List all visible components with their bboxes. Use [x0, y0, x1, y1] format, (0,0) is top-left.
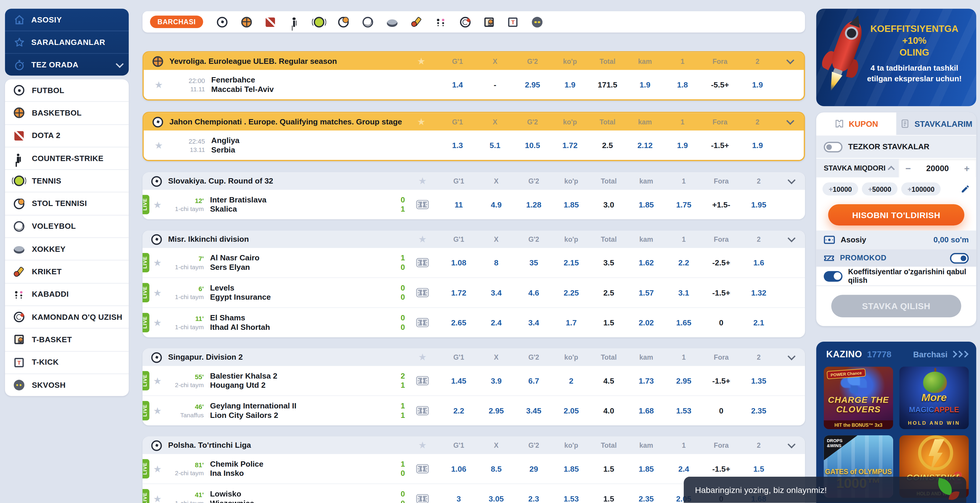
sidebar-item-counter-strike[interactable]: COUNTER-STRIKE: [5, 148, 129, 170]
stake-minus-button[interactable]: −: [899, 162, 917, 174]
chip-100000[interactable]: +100000: [901, 182, 941, 195]
pitch-tracker-icon[interactable]: [415, 199, 429, 210]
odds-value[interactable]: 1.75: [665, 200, 703, 209]
odds-value[interactable]: 1.68: [627, 406, 665, 415]
odds-value[interactable]: 1.45: [440, 376, 477, 385]
odds-value[interactable]: 2.1: [740, 318, 778, 327]
sidebar-item-t-basket[interactable]: T-BASKET: [5, 328, 129, 351]
sidebar-item-saralanganlar[interactable]: SARALANGANLAR: [5, 31, 129, 54]
sidebar-item-xokkey[interactable]: XOKKEY: [5, 238, 129, 261]
stake-value[interactable]: 20000: [918, 163, 958, 173]
odds-value[interactable]: 1.7: [552, 318, 590, 327]
odds-value[interactable]: -5.5+: [701, 80, 739, 89]
odds-value[interactable]: 29: [515, 464, 553, 473]
odds-value[interactable]: -: [476, 80, 514, 89]
deposit-button[interactable]: HISOBNI TO'LDIRISH: [828, 204, 964, 225]
sidebar-item-skvosh[interactable]: SKVOSH: [5, 374, 129, 396]
odds-value[interactable]: 1.95: [740, 200, 778, 209]
filter-cricket-icon[interactable]: [411, 17, 422, 27]
pitch-tracker-icon[interactable]: [415, 257, 429, 268]
stake-plus-button[interactable]: +: [958, 162, 976, 174]
game-tile-more-magic-apple[interactable]: More MAGICAPPLE HOLD AND WIN: [899, 367, 969, 429]
odds-value[interactable]: 2.02: [627, 318, 665, 327]
accept-odds-toggle[interactable]: [824, 271, 843, 281]
odds-value[interactable]: 2.3: [515, 494, 553, 503]
pitch-tracker-icon[interactable]: [415, 405, 429, 416]
odds-value[interactable]: 1.53: [552, 494, 590, 503]
odds-value[interactable]: 6.7: [515, 376, 553, 385]
odds-value[interactable]: 2: [552, 376, 590, 385]
favorite-star-icon[interactable]: ★: [151, 493, 164, 503]
odds-value[interactable]: -1.5+: [703, 464, 740, 473]
odds-value[interactable]: 2.65: [440, 318, 477, 327]
chip-50000[interactable]: +50000: [862, 182, 898, 195]
collapse-chevron-icon[interactable]: [778, 237, 805, 241]
odds-value[interactable]: 4.5: [590, 376, 627, 385]
odds-value[interactable]: 0: [703, 406, 740, 415]
chip-10000[interactable]: +10000: [822, 182, 858, 195]
odds-value[interactable]: 2.95: [514, 80, 551, 89]
sidebar-item-basketbol[interactable]: BASKETBOL: [5, 102, 129, 125]
odds-value[interactable]: 1.9: [664, 141, 702, 150]
odds-value[interactable]: 2.95: [477, 406, 515, 415]
odds-value[interactable]: 2.25: [552, 288, 590, 297]
favorite-star-icon[interactable]: ★: [151, 405, 164, 416]
filter-t-kick-icon[interactable]: [508, 17, 518, 27]
promo-banner[interactable]: KOEFFITSIYENTGA +10%OLING 4 ta tadbirlar…: [816, 9, 976, 106]
tab-kupon[interactable]: KUPON: [816, 112, 896, 135]
favorite-star-icon[interactable]: ★: [405, 352, 440, 363]
odds-value[interactable]: 3.5: [590, 258, 627, 267]
pitch-tracker-icon[interactable]: [415, 463, 429, 474]
odds-value[interactable]: 2.12: [626, 141, 664, 150]
collapse-chevron-icon[interactable]: [778, 355, 805, 359]
casino-all-link[interactable]: Barchasi: [913, 350, 967, 359]
chevron-up-icon[interactable]: [888, 165, 894, 173]
sidebar-item-asosiy[interactable]: ASOSIY: [5, 9, 129, 31]
chat-widget[interactable]: Habaringizni yozing, biz onlaynmiz!: [684, 477, 966, 503]
odds-value[interactable]: 3.05: [477, 494, 515, 503]
odds-value[interactable]: 2.4: [665, 464, 703, 473]
tab-stavkalarim[interactable]: STAVKALARIM: [896, 112, 977, 135]
collapse-chevron-icon[interactable]: [776, 59, 804, 63]
pitch-tracker-icon[interactable]: [415, 317, 429, 328]
favorite-star-icon[interactable]: ★: [153, 79, 165, 90]
league-header[interactable]: Jahon Chempionati . Europe. Qualifying m…: [144, 113, 804, 131]
odds-value[interactable]: 4.6: [515, 288, 553, 297]
odds-value[interactable]: 1.62: [627, 258, 665, 267]
odds-value[interactable]: 2.2: [440, 406, 477, 415]
odds-value[interactable]: 0: [703, 318, 740, 327]
odds-value[interactable]: 1.53: [665, 406, 703, 415]
favorite-star-icon[interactable]: ★: [405, 440, 440, 451]
match-teams[interactable]: El ShamsIthad Al Shortah: [210, 313, 388, 332]
odds-value[interactable]: 5.1: [476, 141, 514, 150]
match-teams[interactable]: Geylang International IILion City Sailor…: [210, 401, 388, 420]
odds-value[interactable]: 1.5: [740, 464, 778, 473]
odds-value[interactable]: 10.5: [514, 141, 551, 150]
match-row[interactable]: ★ 22:4513.11 AngliyaSerbia 1.35.110.51.7…: [144, 131, 804, 160]
sidebar-item-kriket[interactable]: KRIKET: [5, 261, 129, 283]
odds-value[interactable]: 3.4: [515, 318, 553, 327]
odds-value[interactable]: 1.85: [552, 464, 590, 473]
match-teams[interactable]: AngliyaSerbia: [211, 136, 404, 155]
odds-value[interactable]: 1.5: [590, 494, 627, 503]
odds-value[interactable]: 1.3: [439, 141, 476, 150]
odds-value[interactable]: 171.5: [589, 80, 626, 89]
odds-value[interactable]: 3.1: [665, 288, 703, 297]
odds-value[interactable]: +1.5-: [703, 200, 740, 209]
league-header[interactable]: Yevroliga. Euroleague ULEB. Regular seas…: [144, 52, 804, 70]
filter-all-button[interactable]: BARCHASI: [150, 16, 203, 28]
league-header[interactable]: Slovakiya. Cup. Round of 32 ★ G'1XG'2ko'…: [143, 172, 805, 190]
collapse-chevron-icon[interactable]: [778, 444, 805, 447]
odds-value[interactable]: 1.9: [739, 80, 776, 89]
odds-value[interactable]: 1.85: [627, 464, 665, 473]
favorite-star-icon[interactable]: ★: [153, 140, 165, 151]
collapse-chevron-icon[interactable]: [778, 179, 805, 183]
odds-value[interactable]: 4.0: [590, 406, 627, 415]
match-teams[interactable]: Balestier Khalsa 2Hougang Utd 2: [210, 371, 388, 390]
promokod-toggle[interactable]: [950, 253, 969, 263]
game-tile-charge-the-clovers[interactable]: POWER Chance CHARGE THECLOVERS HIT the B…: [824, 367, 893, 429]
match-teams[interactable]: Al Nasr CairoSers Elyan: [210, 253, 388, 272]
favorite-star-icon[interactable]: ★: [151, 317, 164, 328]
filter-archery-icon[interactable]: [460, 17, 471, 27]
match-teams[interactable]: Chemik PoliceIna Insko: [210, 459, 388, 478]
